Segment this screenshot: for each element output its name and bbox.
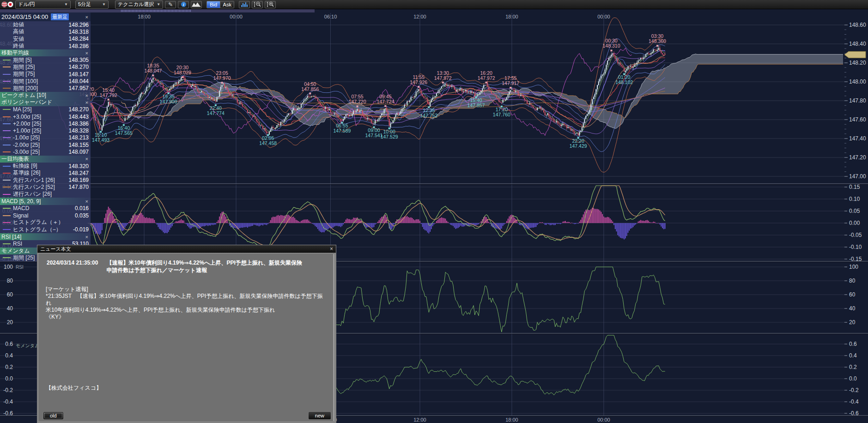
close-icon[interactable]: × (330, 246, 333, 252)
svg-text:0.2: 0.2 (849, 364, 857, 370)
indicator-value: 0.016 (75, 205, 89, 212)
indicator-value: -0.019 (73, 226, 89, 233)
indicator-row: 始値148.296 (0, 21, 91, 28)
indicator-value: 147.957 (69, 85, 89, 91)
svg-text:148.40: 148.40 (849, 41, 866, 47)
zoom-out-icon (253, 1, 262, 7)
line-swatch-icon (3, 88, 11, 89)
indicator-value: 147.870 (69, 184, 89, 190)
svg-text:モメンタム: モメンタム (16, 343, 39, 348)
indicator-value: 148.044 (69, 78, 89, 85)
line-swatch-icon (3, 229, 11, 230)
indicator-row: 終値148.286 (0, 42, 91, 49)
indicator-value: 148.213 (69, 134, 89, 141)
indicator-value: 148.284 (69, 36, 89, 42)
timeframe-select[interactable]: 5分足 ▼ (75, 0, 109, 9)
news-datetime: 2024/03/14 21:35:00 (47, 259, 98, 274)
close-icon[interactable]: × (85, 14, 89, 20)
svg-text:0.0: 0.0 (849, 375, 857, 382)
close-icon[interactable]: × (85, 50, 89, 56)
indicator-row: Signal0.035 (0, 212, 91, 219)
svg-text:147.20: 147.20 (849, 154, 866, 161)
draw-tool-button[interactable]: ✎ (165, 1, 176, 8)
indicator-row: 先行スパン2 [52]147.870 (0, 184, 91, 191)
pencil-icon: ✎ (168, 1, 173, 8)
line-swatch-icon (3, 243, 11, 244)
indicator-value: 148.147 (69, 71, 89, 78)
svg-text:-0.2: -0.2 (849, 387, 859, 393)
close-icon[interactable]: × (85, 156, 89, 162)
news-popup-titlebar[interactable]: ニュース本文 × (37, 245, 336, 253)
svg-text:147.857: 147.857 (467, 103, 485, 108)
svg-text:147.970: 147.970 (213, 75, 231, 81)
line-swatch-icon (3, 257, 11, 258)
svg-text:80: 80 (7, 278, 13, 284)
us-flag-icon (1, 1, 7, 7)
oscillator-panel-button[interactable] (239, 1, 250, 8)
section-header: 一目均衡表× (0, 156, 91, 163)
close-icon[interactable]: × (85, 93, 89, 98)
news-body-text: [マーケット速報] *21:35JST 【速報】米10年債利回り4.19%⇒4.… (46, 286, 328, 320)
indicator-row: -2.00σ [25]148.155 (0, 141, 91, 148)
svg-text:12:00: 12:00 (413, 14, 426, 19)
svg-text:148.029: 148.029 (174, 70, 191, 75)
ask-button[interactable]: Ask (220, 1, 234, 8)
svg-text:148.60: 148.60 (849, 22, 866, 28)
svg-text:147.724: 147.724 (376, 99, 394, 104)
indicator-value: 148.296 (69, 22, 89, 28)
chevron-down-icon: ▼ (61, 2, 68, 6)
news-headline-text: 【速報】米10年債利回り4.19%⇒4.22%へ上昇、PPI予想上振れ、新規失業… (106, 259, 305, 274)
indicator-label: Signal (13, 212, 28, 219)
tick-marks (121, 10, 192, 12)
svg-text:148.047: 148.047 (144, 68, 162, 73)
svg-text:147.900: 147.900 (160, 99, 177, 104)
svg-text:20: 20 (849, 319, 856, 326)
info-button[interactable]: i (178, 1, 189, 8)
indicator-row: +3.00σ [25]148.443 (0, 113, 91, 120)
fx-chart-app: 148.60148.60148.40148.40148.20148.20148.… (0, 0, 868, 423)
svg-text:148.310: 148.310 (603, 43, 620, 48)
indicator-label: RSI (13, 241, 22, 247)
svg-text:06:10: 06:10 (324, 14, 337, 19)
close-icon[interactable]: × (85, 199, 89, 204)
ask-label: Ask (223, 2, 231, 7)
indicator-value: 148.169 (69, 177, 89, 183)
svg-text:147.926: 147.926 (410, 79, 427, 85)
zoom-in-button[interactable] (265, 1, 276, 8)
indicator-value: 148.305 (69, 57, 89, 63)
currency-pair-select[interactable]: ドル/円 ▼ (15, 0, 71, 9)
mountain-chart-button[interactable] (191, 1, 202, 8)
technical-select-button[interactable]: テクニカル選択 ▼ (115, 0, 163, 9)
bid-label: Bid (210, 2, 217, 7)
svg-text:147.972: 147.972 (478, 75, 495, 81)
line-swatch-icon (3, 66, 11, 67)
svg-text:0.05: 0.05 (849, 208, 860, 214)
news-scrollbar[interactable] (333, 254, 334, 421)
indicator-value: 148.386 (69, 121, 89, 127)
news-source: 【株式会社フィスコ】 (46, 384, 102, 392)
indicator-row: 高値148.318 (0, 28, 91, 35)
top-toolbar: ドル/円 ▼ 5分足 ▼ テクニカル選択 ▼ ✎ i Bid Ask (0, 0, 868, 9)
bid-button[interactable]: Bid (206, 1, 220, 8)
history-loader-strip[interactable] (0, 9, 315, 12)
indicator-row: ヒストグラム（＋） (0, 219, 91, 226)
line-swatch-icon (3, 187, 11, 187)
section-header: MACD [5, 20, 9]× (0, 198, 91, 205)
indicator-row: 期間 [5]148.305 (0, 56, 91, 63)
zoom-out-button[interactable] (252, 1, 263, 8)
close-icon[interactable]: × (85, 234, 89, 240)
indicator-row: -1.00σ [25]148.213 (0, 134, 91, 141)
close-icon[interactable]: × (85, 100, 89, 105)
news-popup: ニュース本文 × 2024/03/14 21:35:00 【速報】米10年債利回… (37, 245, 336, 423)
svg-text:147.429: 147.429 (570, 143, 587, 149)
old-button[interactable]: old (43, 411, 64, 420)
svg-text:147.00: 147.00 (849, 173, 866, 180)
new-button[interactable]: new (308, 411, 331, 420)
section-header: 移動平均線× (0, 49, 91, 56)
indicator-row: 転換線 [9]148.320 (0, 163, 91, 169)
svg-text:40: 40 (849, 305, 856, 312)
svg-text:147.60: 147.60 (849, 116, 866, 123)
indicator-value: 148.247 (69, 170, 89, 176)
indicator-row: 安値148.284 (0, 36, 91, 42)
svg-text:00:00: 00:00 (597, 417, 610, 423)
